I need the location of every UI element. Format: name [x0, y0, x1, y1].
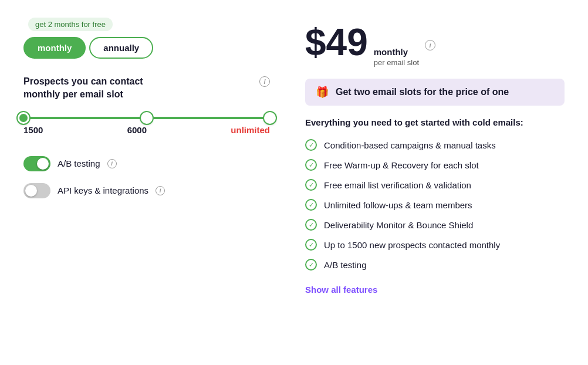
prospects-header: Prospects you can contactmonthly per ema…	[23, 75, 270, 102]
billing-toggle: monthly annually	[23, 37, 270, 59]
show-all-features-link[interactable]: Show all features	[305, 285, 565, 295]
gift-icon: 🎁	[316, 86, 329, 99]
feature-item-3: ✓ Unlimited follow-ups & team members	[305, 199, 565, 211]
feature-item-4: ✓ Deliverability Monitor & Bounce Shield	[305, 219, 565, 231]
features-list: ✓ Condition-based campaigns & manual tas…	[305, 139, 565, 271]
check-icon-5: ✓	[305, 239, 317, 251]
slider-label-unlimited: unlimited	[231, 125, 270, 135]
slider-track	[23, 117, 270, 119]
promo-banner: 🎁 Get two email slots for the price of o…	[305, 79, 565, 106]
feature-text-2: Free email list verification & validatio…	[324, 180, 471, 190]
slider-thumb-1[interactable]	[18, 112, 29, 124]
feature-text-5: Up to 1500 new prospects contacted month…	[324, 240, 500, 250]
feature-text-1: Free Warm-up & Recovery for each slot	[324, 160, 479, 170]
left-panel: get 2 months for free monthly annually P…	[23, 18, 270, 347]
slider-thumb-3[interactable]	[264, 112, 276, 124]
features-intro: Everything you need to get started with …	[305, 117, 565, 127]
feature-item-5: ✓ Up to 1500 new prospects contacted mon…	[305, 239, 565, 251]
billing-section: get 2 months for free monthly annually	[23, 18, 270, 59]
price-section: $49 monthly per email slot i	[305, 23, 565, 67]
feature-item-6: ✓ A/B testing	[305, 259, 565, 271]
annually-toggle-button[interactable]: annually	[89, 37, 153, 59]
check-icon-4: ✓	[305, 219, 317, 231]
api-keys-knob	[25, 185, 37, 197]
api-keys-label: API keys & integrations	[58, 185, 148, 195]
api-keys-row: API keys & integrations i	[23, 183, 270, 198]
price-period: monthly	[374, 47, 419, 57]
ab-testing-knob	[37, 158, 49, 170]
feature-item-1: ✓ Free Warm-up & Recovery for each slot	[305, 159, 565, 171]
feature-text-4: Deliverability Monitor & Bounce Shield	[324, 220, 473, 230]
api-keys-info-icon[interactable]: i	[156, 186, 165, 195]
main-layout: get 2 months for free monthly annually P…	[0, 0, 588, 365]
check-icon-2: ✓	[305, 179, 317, 191]
ab-testing-switch[interactable]	[23, 156, 50, 171]
check-icon-3: ✓	[305, 199, 317, 211]
ab-testing-label: A/B testing	[58, 158, 100, 168]
toggles-section: A/B testing i API keys & integrations i	[23, 156, 270, 198]
ab-testing-info-icon[interactable]: i	[107, 159, 117, 168]
feature-item-0: ✓ Condition-based campaigns & manual tas…	[305, 139, 565, 151]
slider-label-1500: 1500	[23, 125, 43, 135]
right-panel: $49 monthly per email slot i 🎁 Get two e…	[305, 18, 565, 347]
feature-text-6: A/B testing	[324, 260, 367, 270]
prospects-section: Prospects you can contactmonthly per ema…	[23, 75, 270, 140]
prospects-info-icon[interactable]: i	[259, 76, 270, 87]
price-info-icon[interactable]: i	[425, 40, 435, 50]
feature-text-0: Condition-based campaigns & manual tasks	[324, 140, 496, 150]
promo-text: Get two email slots for the price of one	[336, 87, 509, 97]
slider-label-6000: 6000	[127, 125, 147, 135]
check-icon-6: ✓	[305, 259, 317, 271]
feature-item-2: ✓ Free email list verification & validat…	[305, 179, 565, 191]
check-icon-0: ✓	[305, 139, 317, 151]
monthly-toggle-button[interactable]: monthly	[23, 37, 86, 59]
feature-text-3: Unlimited follow-ups & team members	[324, 200, 472, 210]
price-per-slot: per email slot	[374, 58, 419, 67]
slider-container[interactable]: 1500 6000 unlimited	[23, 112, 270, 140]
prospects-title: Prospects you can contactmonthly per ema…	[23, 75, 143, 102]
promo-badge: get 2 months for free	[28, 18, 113, 31]
slider-labels: 1500 6000 unlimited	[23, 125, 270, 135]
slider-thumb-2[interactable]	[141, 112, 153, 124]
ab-testing-row: A/B testing i	[23, 156, 270, 171]
api-keys-switch[interactable]	[23, 183, 50, 198]
price-amount: $49	[305, 23, 368, 61]
price-meta: monthly per email slot	[374, 47, 419, 67]
check-icon-1: ✓	[305, 159, 317, 171]
